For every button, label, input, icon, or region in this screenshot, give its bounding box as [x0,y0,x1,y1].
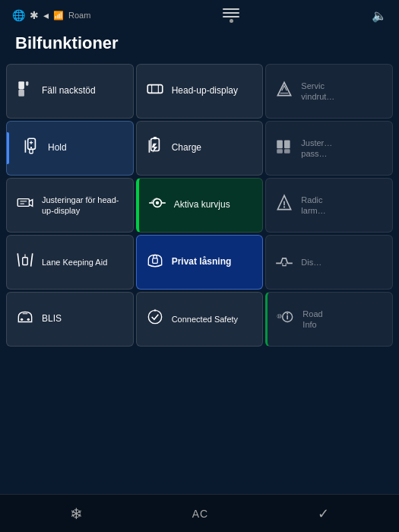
volume-icon[interactable]: 🔈 [372,8,387,23]
svg-rect-19 [17,199,29,207]
hud-adjust-button[interactable]: Justeringar för head-up-display [6,178,134,233]
signal-icon: 📶 [53,11,64,21]
blis-icon [14,307,36,331]
service-wind-label: Servicvindrut… [301,81,334,103]
svg-point-36 [148,310,161,323]
neck-rest-button[interactable]: Fäll nackstöd [6,64,134,119]
blis-button[interactable]: BLIS [6,292,134,347]
page-dot [230,19,233,23]
hold-active-indicator [7,132,9,164]
menu-icon[interactable] [223,8,239,17]
svg-point-37 [154,309,156,312]
charge-icon [144,136,166,160]
juster-pass-label: Juster…pass… [301,138,332,160]
ac-label[interactable]: AC [192,508,208,520]
svg-rect-2 [26,81,28,85]
aktiv-kurv-icon [147,193,168,217]
hold-icon [21,136,42,160]
hold-label: Hold [48,142,67,154]
lane-keeping-label: Lane Keeping Aid [42,257,107,268]
privat-lasning-icon [144,250,166,274]
svg-rect-1 [18,90,24,97]
radic-larm-button[interactable]: Radiclarm… [265,178,393,233]
hud-icon [144,79,166,103]
road-info-icon: ⑩ [275,307,296,331]
lane-keeping-content: Lane Keeping Aid [14,250,125,274]
dist-label: Dis… [301,257,321,268]
service-wind-icon [274,79,295,103]
svg-point-33 [21,318,23,321]
lane-keeping-button[interactable]: Lane Keeping Aid [6,235,134,290]
dist-content: Dis… [274,250,385,274]
road-info-label: RoadInfo [302,309,322,331]
svg-point-40 [287,313,288,315]
hud-content: Head-up-display [144,79,255,103]
radic-larm-label: Radiclarm… [301,195,325,217]
juster-pass-icon [274,136,295,160]
page-title: Bilfunktioner [0,27,399,64]
aktiv-kurv-label: Aktiva kurvjus [174,199,230,211]
nav-icon: ◂ [43,9,49,21]
network-label: Roam [68,11,90,20]
svg-rect-17 [284,140,290,148]
lane-keeping-icon [14,250,36,274]
charge-content: Charge [144,136,255,160]
neck-rest-content: Fäll nackstöd [14,79,125,103]
neck-rest-icon [14,79,36,103]
service-wind-content: Servicvindrut… [274,79,385,103]
neck-rest-label: Fäll nackstöd [42,85,96,97]
svg-rect-30 [23,258,28,265]
svg-rect-15 [277,140,283,148]
status-bar: 🌐 ✱ ◂ 📶 Roam 🔈 [0,0,399,27]
dist-icon [274,250,295,274]
hud-adjust-label: Justeringar för head-up-display [42,195,125,217]
charge-label: Charge [172,142,201,154]
grid-row-2: Hold Charge [0,121,399,176]
hud-adjust-icon [14,193,36,217]
svg-rect-32 [152,258,157,264]
status-icons-right: 🔈 [372,8,387,23]
svg-rect-13 [153,137,156,139]
svg-rect-18 [284,149,290,153]
juster-pass-content: Juster…pass… [274,136,385,160]
hold-content: Hold [14,136,125,160]
fan-icon[interactable]: ❄ [70,505,83,523]
privat-lasning-button[interactable]: Privat låsning [136,235,264,290]
service-wind-button[interactable]: Servicvindrut… [265,64,393,119]
juster-pass-button[interactable]: Juster…pass… [265,121,393,176]
hud-label: Head-up-display [172,85,238,97]
aktiv-kurv-button[interactable]: Aktiva kurvjus [136,178,264,233]
connected-safety-content: Connected Safety [144,307,255,331]
hold-button[interactable]: Hold [6,121,134,176]
svg-rect-0 [18,81,24,89]
grid-row-1: Fäll nackstöd Head-up-display [0,64,399,119]
svg-rect-4 [147,85,163,93]
globe-icon: 🌐 [12,9,25,21]
privat-lasning-label: Privat låsning [172,256,232,268]
grid-row-5: BLIS Connected Safety ⑩ [0,292,399,347]
svg-rect-16 [277,149,283,153]
bluetooth-icon: ✱ [30,9,39,21]
svg-line-29 [31,253,33,266]
road-info-content: ⑩ RoadInfo [275,307,385,331]
connected-safety-label: Connected Safety [172,314,238,325]
svg-line-28 [17,253,19,266]
dist-button[interactable]: Dis… [265,235,393,290]
svg-text:⑩: ⑩ [277,313,282,320]
head-up-display-button[interactable]: Head-up-display [136,64,264,119]
connected-safety-button[interactable]: Connected Safety [136,292,264,347]
road-info-button[interactable]: ⑩ RoadInfo [265,292,393,347]
charge-button[interactable]: Charge [136,121,264,176]
check-icon[interactable]: ✓ [318,505,329,522]
radic-larm-content: Radiclarm… [274,193,385,217]
svg-point-9 [30,147,32,148]
svg-point-34 [27,318,30,321]
aktiv-kurv-content: Aktiva kurvjus [147,193,255,217]
grid-row-3: Justeringar för head-up-display Aktiva k… [0,178,399,233]
status-icons-left: 🌐 ✱ ◂ 📶 Roam [12,9,90,21]
connected-safety-icon [144,307,166,331]
grid-row-4: Lane Keeping Aid Privat låsning Dis [0,235,399,290]
svg-point-27 [283,206,285,207]
hud-adjust-content: Justeringar för head-up-display [14,193,125,217]
blis-content: BLIS [14,307,125,331]
